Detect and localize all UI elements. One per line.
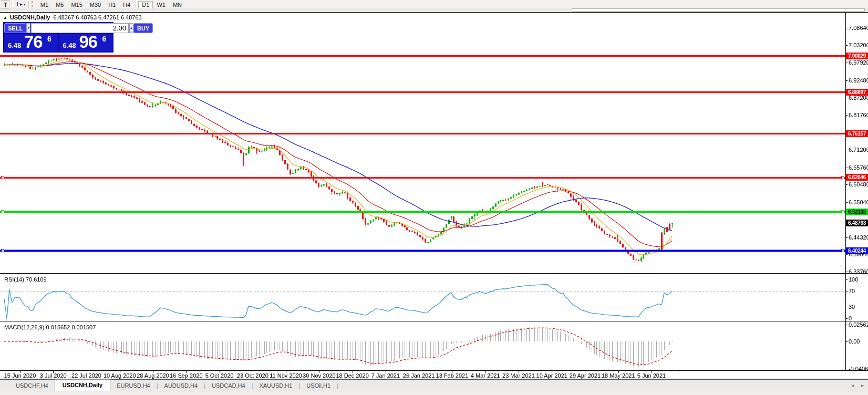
sell-button[interactable]: SELL [4,23,26,33]
price-axis-tick: 6.92480 [849,77,868,84]
sell-price-big: 76 [24,32,43,52]
buy-price-big: 96 [79,32,98,52]
symbol-tab-audusd[interactable]: AUDUSD,H4 [158,381,204,391]
chart-title-ohlc: 6.48367 6.48763 6.47261 6.48763 [53,14,141,20]
one-click-collapse-icon[interactable]: ▲ [3,15,7,20]
rsi-axis-tick: 100 [849,276,858,283]
price-axis-tick: 6.97920 [849,59,868,66]
macd-axis-tick: -0.040687 [849,366,868,372]
price-line-tag[interactable]: 6.62646 [846,174,868,181]
sell-price-display[interactable]: 6.48 76 6 [4,34,58,51]
symbol-tab-usdcad[interactable]: USDCAD,H4 [205,381,252,391]
price-line-tag[interactable]: 6.40244 [846,247,868,254]
rsi-axis-tick: 30 [849,304,855,310]
price-axis-tick: 6.65760 [849,164,868,171]
price-line-tag[interactable]: 6.76157 [846,130,868,137]
chart-tab-bar: USDCHF,H4USDCNH,DailyEURUSD,H4|AUDUSD,H4… [0,379,868,391]
chart-title: ▲USDCNH,Daily 6.48367 6.48763 6.47261 6.… [3,14,142,20]
price-axis-tick: 6.71200 [849,147,868,153]
symbol-tab-usoil[interactable]: USOil,H1 [300,381,337,391]
status-bar [0,391,868,395]
price-line-tag[interactable]: 6.88897 [846,89,868,96]
price-axis-tick: 6.60480 [849,181,868,188]
macd-axis-tick: 0.025623 [849,321,868,328]
symbol-tab-xauusd[interactable]: XAUUSD,H1 [253,381,298,391]
date-axis-tick: 5 Jun 2021 [628,372,675,379]
tab-divider: | [337,382,338,391]
symbol-tab-usdcnh[interactable]: USDCNH,Daily [55,379,110,391]
price-axis-tick: 6.44320 [849,234,868,241]
symbol-tab-usdchf[interactable]: USDCHF,H4 [9,381,55,391]
mt4-window: T ✛ ➤ ▾ M1M5M15M30H1H4D1W1MN ▲USDCNH,Dai… [0,0,868,395]
one-click-trading-panel: SELL ▼ ▲ BUY 6.48 76 6 6.48 96 6 [3,22,113,53]
price-axis-tick: 6.55040 [849,199,868,205]
macd-label: MACD(12,26,9) 0.015652 0.001507 [4,324,96,330]
chart-canvas[interactable] [0,0,868,395]
buy-price-small: 6.48 [63,41,76,49]
price-line-tag[interactable]: 6.52108 [846,209,868,215]
chart-title-symbol: USDCNH,Daily [10,14,50,20]
rsi-axis-tick: 70 [849,288,855,294]
price-axis-tick: 6.81760 [849,112,868,118]
tab-scroll-left-icon[interactable]: ◄ [850,383,855,388]
price-line-tag[interactable]: 7.00029 [846,53,868,59]
price-axis-tick: 7.08640 [849,25,868,31]
current-price-tag: 6.48763 [846,220,868,226]
volume-up-button[interactable]: ▲ [129,23,133,33]
sell-price-sup: 6 [47,35,51,43]
tab-scroll-right-icon[interactable]: ► [860,383,865,388]
sell-price-small: 6.48 [8,41,21,49]
symbol-tab-eurusd[interactable]: EURUSD,H4 [110,381,157,391]
buy-button[interactable]: BUY [133,23,153,33]
rsi-label: RSI(14) 70.6109 [4,276,47,283]
macd-axis-tick: 0.00 [849,338,860,345]
price-axis-tick: 7.03200 [849,42,868,48]
price-axis-tick: 6.33760 [849,268,868,275]
buy-price-sup: 6 [102,35,107,43]
rsi-axis-tick: 0 [849,315,852,321]
buy-price-display[interactable]: 6.48 96 6 [59,34,113,51]
